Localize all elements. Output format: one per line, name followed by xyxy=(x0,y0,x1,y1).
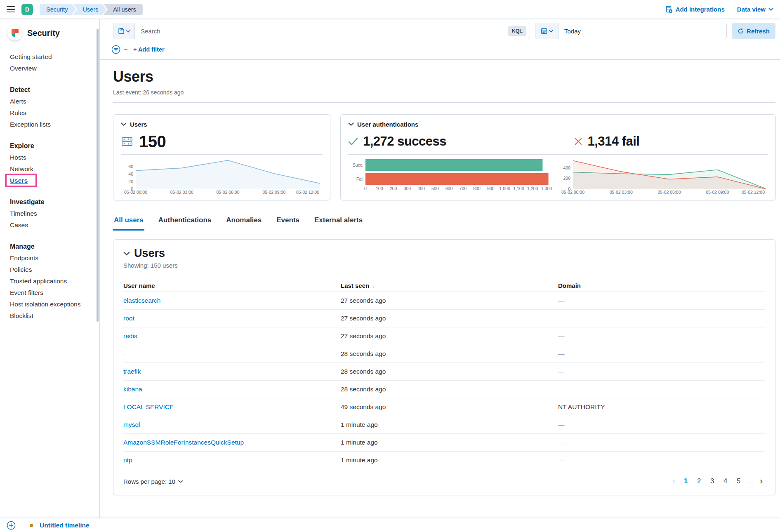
tab-all-users[interactable]: All users xyxy=(113,216,144,231)
pagination: ‹ 1 2 3 4 5 … › xyxy=(670,476,765,487)
add-integrations-button[interactable]: Add integrations xyxy=(665,6,725,13)
page-button-4[interactable]: 4 xyxy=(720,476,731,487)
sidebar-item-network[interactable]: Network xyxy=(0,163,99,175)
svg-text:20: 20 xyxy=(128,179,133,184)
sidebar-app-title: Security xyxy=(27,28,60,38)
user-name-link[interactable]: LOCAL SERVICE xyxy=(123,403,174,410)
rows-per-page-button[interactable]: Rows per page: 10 xyxy=(123,478,183,485)
user-name-link[interactable]: root xyxy=(123,315,134,322)
users-area-chart: 020406005-02 00:0005-02 03:0005-02 06:00… xyxy=(121,157,323,195)
sidebar-item-event-filters[interactable]: Event filters xyxy=(0,287,99,299)
user-name-link[interactable]: redis xyxy=(123,332,137,339)
data-view-button[interactable]: Data view xyxy=(737,6,773,13)
page-tabs: All users Authentications Anomalies Even… xyxy=(113,216,775,231)
svg-text:1,200: 1,200 xyxy=(527,186,538,191)
data-view-label: Data view xyxy=(737,6,766,13)
users-panel-subtitle: Showing: 150 users xyxy=(123,262,765,269)
column-header-domain[interactable]: Domain xyxy=(558,282,765,289)
search-input[interactable] xyxy=(135,28,508,35)
sidebar-item-users[interactable]: Users xyxy=(0,175,99,186)
user-name-link[interactable]: - xyxy=(123,350,125,357)
sidebar-item-policies[interactable]: Policies xyxy=(0,264,99,275)
auth-fail-count: 1,314 fail xyxy=(587,134,639,149)
users-kpi-value-row: 150 xyxy=(121,129,323,153)
table-row: root27 seconds ago— xyxy=(123,310,765,327)
page-button-3[interactable]: 3 xyxy=(707,476,718,487)
sidebar-item-blocklist[interactable]: Blocklist xyxy=(0,310,99,322)
user-name-link[interactable]: ntp xyxy=(123,457,132,464)
filter-row: + Add filter xyxy=(111,45,775,54)
sidebar-item-hosts[interactable]: Hosts xyxy=(0,152,99,163)
svg-text:500: 500 xyxy=(431,186,439,191)
users-panel-header[interactable]: Users xyxy=(123,247,765,260)
divider xyxy=(348,154,768,155)
svg-text:60: 60 xyxy=(128,164,133,169)
sidebar-scrollbar[interactable] xyxy=(97,29,99,322)
main-content: KQL Today Refresh + Add filter Users xyxy=(100,19,780,518)
sidebar-item-rules[interactable]: Rules xyxy=(0,107,99,119)
sidebar-item-endpoints[interactable]: Endpoints xyxy=(0,252,99,264)
user-name-link[interactable]: mysql xyxy=(123,421,140,428)
sidebar-item-timelines[interactable]: Timelines xyxy=(0,208,99,219)
kql-badge[interactable]: KQL xyxy=(508,26,526,36)
tab-anomalies[interactable]: Anomalies xyxy=(225,216,262,231)
x-icon xyxy=(574,137,582,146)
column-header-user-name[interactable]: User name xyxy=(123,282,341,289)
users-count: 150 xyxy=(139,132,166,151)
filter-icon[interactable] xyxy=(111,45,120,54)
user-name-link[interactable]: traefik xyxy=(123,368,141,375)
user-name-link[interactable]: elasticsearch xyxy=(123,297,160,304)
auth-kpi-title: User authentications xyxy=(357,121,418,128)
sidebar-item-trusted-applications[interactable]: Trusted applications xyxy=(0,275,99,287)
page-button-1[interactable]: 1 xyxy=(681,476,691,487)
table-header-row: User name Last seen ↓ Domain xyxy=(123,280,765,292)
svg-text:200: 200 xyxy=(390,186,397,191)
chevron-down-icon xyxy=(178,480,183,483)
page-button-2[interactable]: 2 xyxy=(694,476,705,487)
sidebar-item-exception-lists[interactable]: Exception lists xyxy=(0,119,99,130)
sidebar-item-getting-started[interactable]: Getting started xyxy=(0,51,99,63)
sidebar-item-overview[interactable]: Overview xyxy=(0,63,99,74)
table-row: mysql1 minute ago— xyxy=(123,416,765,434)
tab-events[interactable]: Events xyxy=(276,216,300,231)
user-name-link[interactable]: kibana xyxy=(123,386,142,393)
sidebar-item-alerts[interactable]: Alerts xyxy=(0,96,99,107)
breadcrumb-users[interactable]: Users xyxy=(73,4,106,15)
users-kpi-header[interactable]: Users xyxy=(121,120,323,129)
security-sidebar: Security Getting started Overview Detect… xyxy=(0,19,100,518)
tab-authentications[interactable]: Authentications xyxy=(158,216,212,231)
chevron-down-icon xyxy=(121,122,127,126)
avatar[interactable]: D xyxy=(21,4,33,15)
tab-external-alerts[interactable]: External alerts xyxy=(313,216,363,231)
svg-text:0: 0 xyxy=(364,186,367,191)
svg-text:05-02 09:00: 05-02 09:00 xyxy=(706,190,729,195)
sidebar-group-detect: Detect Alerts Rules Exception lists xyxy=(0,84,99,130)
auth-kpi-header[interactable]: User authentications xyxy=(348,120,768,129)
svg-text:400: 400 xyxy=(417,186,425,191)
search-bar: KQL xyxy=(113,23,530,39)
next-page-button[interactable]: › xyxy=(757,477,765,486)
sidebar-header: Security xyxy=(0,25,99,41)
pagination-ellipsis: … xyxy=(747,478,755,485)
prev-page-button[interactable]: ‹ xyxy=(670,477,678,486)
refresh-button[interactable]: Refresh xyxy=(732,23,775,39)
user-name-link[interactable]: AmazonSSMRoleForInstancesQuickSetup xyxy=(123,439,244,446)
plus-circle-icon[interactable] xyxy=(7,521,16,530)
sidebar-item-cases[interactable]: Cases xyxy=(0,219,99,231)
add-filter-button[interactable]: + Add filter xyxy=(133,46,165,53)
sidebar-item-host-isolation-exceptions[interactable]: Host isolation exceptions xyxy=(0,299,99,310)
save-icon xyxy=(118,28,125,34)
table-row: -28 seconds ago— xyxy=(123,345,765,363)
column-header-last-seen[interactable]: Last seen ↓ xyxy=(341,282,558,289)
saved-query-menu-button[interactable] xyxy=(113,23,135,39)
date-range-value[interactable]: Today xyxy=(558,28,587,35)
breadcrumb-security[interactable]: Security xyxy=(40,4,76,15)
auth-line-chart: 020040005-02 00:0005-02 03:0005-02 06:00… xyxy=(558,157,768,195)
svg-text:05-02 00:00: 05-02 00:00 xyxy=(561,190,584,195)
calendar-button[interactable] xyxy=(535,23,558,39)
untitled-timeline-button[interactable]: Untitled timeline xyxy=(40,522,90,529)
menu-icon[interactable] xyxy=(7,6,15,13)
timeline-status-dot xyxy=(30,524,33,527)
page-button-5[interactable]: 5 xyxy=(733,476,744,487)
table-row: LOCAL SERVICE49 seconds agoNT AUTHORITY xyxy=(123,398,765,416)
